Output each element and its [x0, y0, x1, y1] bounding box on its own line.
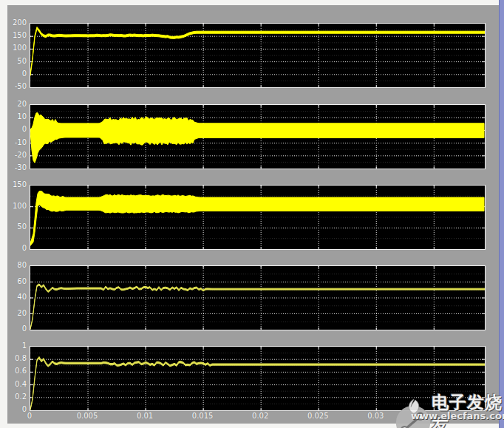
scope-plot-3-canvas	[30, 186, 485, 249]
scope-plot-2	[30, 104, 486, 169]
x-tick-label: 0	[27, 412, 32, 420]
y-tick-label: 200	[5, 18, 27, 27]
scrollbar-right[interactable]	[499, 0, 504, 428]
grid-lines	[30, 186, 485, 249]
x-tick-label: 0.005	[77, 412, 98, 420]
y-tick-label: 0.2	[5, 393, 27, 401]
scope-plot-5-canvas	[30, 347, 485, 410]
scope-plot-3	[30, 185, 486, 250]
scope-plot-5	[30, 346, 486, 411]
scope-window: 200150100500-5020100-10-20-3015010050080…	[0, 0, 504, 428]
signal-trace-3	[30, 191, 484, 245]
y-tick-label: 150	[5, 180, 27, 188]
y-tick-label: 0	[5, 69, 27, 78]
scope-plot-2-canvas	[30, 105, 485, 169]
signal-trace-2	[30, 113, 484, 163]
scope-plot-1	[30, 23, 486, 88]
y-tick-label: 50	[5, 223, 27, 231]
y-tick-label: 1	[5, 342, 27, 350]
x-tick-label: 0.015	[192, 412, 214, 420]
y-tick-label: 0.8	[5, 354, 27, 362]
y-tick-label: 40	[5, 293, 27, 301]
y-tick-label: 100	[5, 202, 27, 210]
y-tick-label: 150	[5, 31, 27, 39]
signal-trace-4	[30, 284, 485, 330]
y-tick-label: 20	[5, 309, 27, 317]
x-tick-label: 0.03	[367, 412, 384, 420]
y-tick-label: 0.6	[5, 367, 27, 375]
y-tick-label: 80	[5, 261, 27, 269]
y-tick-label: 60	[5, 277, 27, 285]
y-tick-label: 20	[5, 100, 27, 108]
y-tick-label: 10	[5, 112, 27, 120]
y-tick-label: 0	[5, 244, 27, 252]
signal-trace-5	[30, 357, 485, 410]
y-tick-label: 50	[5, 57, 27, 65]
scope-plot-4-canvas	[30, 266, 485, 330]
y-tick-label: -20	[5, 151, 27, 159]
x-tick-label: 0.025	[307, 412, 329, 420]
grid-lines	[30, 347, 485, 410]
y-tick-label: 0	[5, 325, 27, 333]
y-tick-label: 100	[5, 44, 27, 52]
y-tick-label: -10	[5, 138, 27, 146]
scope-plot-4	[30, 265, 486, 330]
scope-plot-1-canvas	[30, 24, 485, 87]
y-tick-label: 0.4	[5, 380, 27, 388]
y-tick-label: -30	[5, 163, 27, 171]
y-tick-label: 0	[5, 405, 27, 413]
grid-lines	[30, 266, 485, 330]
y-tick-label: -50	[5, 82, 27, 90]
y-tick-label: 0	[5, 125, 27, 133]
x-tick-label: 0.02	[252, 412, 268, 420]
x-tick-label: 0.01	[137, 412, 153, 420]
